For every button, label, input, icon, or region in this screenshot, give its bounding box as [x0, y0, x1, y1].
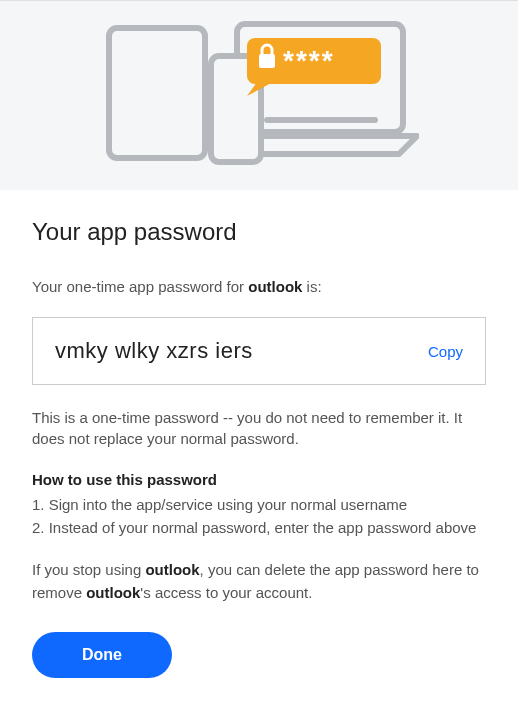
svg-text:****: ****	[283, 45, 335, 76]
intro-prefix: Your one-time app password for	[32, 278, 248, 295]
main-content: Your app password Your one-time app pass…	[0, 190, 518, 707]
how-to-heading: How to use this password	[32, 471, 486, 488]
how-to-section: How to use this password 1. Sign into th…	[32, 471, 486, 539]
intro-suffix: is:	[302, 278, 321, 295]
svg-rect-2	[109, 28, 205, 158]
hero-banner: ****	[0, 0, 518, 190]
page-title: Your app password	[32, 218, 486, 246]
stop-suffix: 's access to your account.	[140, 584, 312, 601]
password-value: vmky wlky xzrs iers	[55, 338, 253, 364]
step-1: 1. Sign into the app/service using your …	[32, 494, 486, 517]
stop-app-1: outlook	[145, 561, 199, 578]
stop-using-text: If you stop using outlook, you can delet…	[32, 559, 486, 604]
password-box: vmky wlky xzrs iers Copy	[32, 317, 486, 385]
stop-app-2: outlook	[86, 584, 140, 601]
intro-app-name: outlook	[248, 278, 302, 295]
svg-rect-5	[259, 54, 275, 68]
stop-prefix: If you stop using	[32, 561, 145, 578]
devices-lock-illustration-icon: ****	[99, 16, 419, 176]
done-button[interactable]: Done	[32, 632, 172, 678]
intro-text: Your one-time app password for outlook i…	[32, 278, 486, 295]
copy-button[interactable]: Copy	[428, 343, 463, 360]
one-time-note: This is a one-time password -- you do no…	[32, 407, 486, 449]
step-2: 2. Instead of your normal password, ente…	[32, 517, 486, 540]
